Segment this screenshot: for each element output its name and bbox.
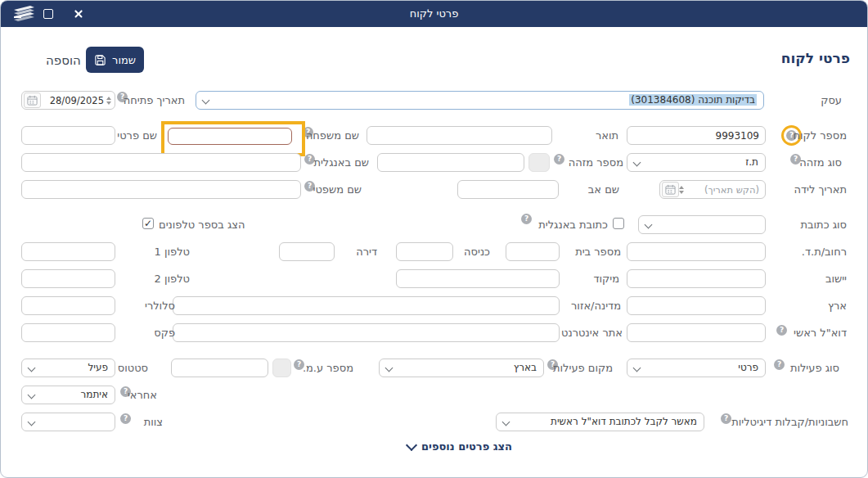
phonebook-checkbox[interactable]: ✓ <box>142 218 154 229</box>
father-name-input[interactable] <box>457 180 559 199</box>
status-select[interactable]: פעיל <box>21 358 115 377</box>
birth-date-label: תאריך לידה <box>794 183 847 196</box>
vat-number-input[interactable] <box>171 358 268 377</box>
activity-type-select[interactable]: פרטי <box>627 358 766 377</box>
page-title: פרטי לקוח <box>781 50 850 66</box>
main-email-input[interactable] <box>627 323 766 342</box>
customer-number-label: מספר לקוח <box>793 129 847 142</box>
entrance-label: כניסה <box>464 246 490 258</box>
help-icon-main-email[interactable]: ? <box>776 325 787 336</box>
digital-invoices-label: חשבוניות/קבלות דיגיטליות <box>731 416 848 428</box>
show-more-label: הצג פרטים נוספים <box>421 440 512 453</box>
title-input[interactable] <box>367 126 552 145</box>
city-input[interactable] <box>627 269 766 288</box>
house-number-input[interactable] <box>506 242 560 261</box>
mobile-input[interactable] <box>21 296 115 315</box>
team-label: צוות <box>144 416 163 428</box>
zip-label: מיקוד <box>593 273 619 285</box>
birth-date-input[interactable]: (הקש תאריך) <box>659 180 766 199</box>
help-icon-digital-invoices[interactable]: ? <box>721 413 731 424</box>
digital-invoices-select[interactable]: מאשר לקבל לכתובת דוא"ל ראשית <box>496 413 704 431</box>
date-spinner[interactable] <box>106 97 111 105</box>
legal-name-input[interactable] <box>21 180 301 199</box>
phonebook-label: הצג בספר טלפונים <box>159 219 245 231</box>
activity-place-select[interactable]: בארץ <box>379 358 544 377</box>
english-name-label: שם באנגלית <box>313 156 369 169</box>
chevron-down-icon <box>385 364 394 372</box>
main-email-label: דוא"ל ראשי <box>794 327 847 339</box>
first-name-label: שם פרטי <box>117 129 157 142</box>
website-label: אתר אינטרנט <box>561 327 623 339</box>
mode-title: הוספה <box>46 53 81 68</box>
title-bar: פרטי לקוח <box>1 1 867 27</box>
calendar-icon[interactable] <box>24 92 41 108</box>
id-type-value: ת.ז <box>745 156 758 168</box>
street-label: רחוב/ת.ד. <box>802 246 847 258</box>
street-input[interactable] <box>627 242 766 261</box>
vat-aux-box <box>272 358 291 377</box>
address-type-select[interactable] <box>638 215 766 234</box>
activity-place-value: בארץ <box>514 362 537 373</box>
help-icon-id-number[interactable]: ? <box>554 154 564 165</box>
id-number-input[interactable] <box>377 153 524 172</box>
country-input[interactable] <box>627 296 766 315</box>
chevron-down-icon <box>28 418 36 426</box>
website-input[interactable] <box>173 323 560 342</box>
window-controls <box>12 1 84 27</box>
chevron-down-icon <box>633 159 641 167</box>
responsible-label: אחראי <box>128 389 157 401</box>
minimize-button[interactable] <box>12 8 24 20</box>
id-number-label: מספר מזהה <box>569 156 623 169</box>
business-select[interactable]: בדיקות תוכנה (301384608) <box>196 91 764 110</box>
chevron-down-icon <box>406 439 417 450</box>
floppy-save-icon <box>94 54 106 66</box>
calendar-icon[interactable] <box>662 182 679 197</box>
state-region-label: מדינה/אזור <box>571 300 621 312</box>
last-name-label: שם משפחה <box>306 129 359 142</box>
activity-type-label: סוג פעילות <box>790 362 839 374</box>
team-select[interactable] <box>21 413 115 431</box>
open-date-input[interactable]: 28/09/2025 <box>21 91 115 110</box>
fax-input[interactable] <box>21 323 115 342</box>
maximize-button[interactable] <box>43 8 54 20</box>
business-label: עסק <box>821 94 842 106</box>
first-name-input[interactable] <box>21 126 115 145</box>
state-region-input[interactable] <box>173 296 560 315</box>
customer-number-input[interactable] <box>627 126 766 145</box>
english-name-input[interactable] <box>21 153 301 172</box>
house-number-label: מספר בית <box>575 246 621 258</box>
zip-input[interactable] <box>396 269 560 288</box>
last-name-input[interactable] <box>168 128 292 145</box>
legal-name-label: שם משפטי <box>313 183 362 196</box>
chevron-down-icon <box>633 364 641 372</box>
show-more-link[interactable]: הצג פרטים נוספים <box>407 440 512 453</box>
save-button-label: שמור <box>112 54 136 66</box>
status-value: פעיל <box>88 362 108 373</box>
save-button[interactable]: שמור <box>86 47 144 73</box>
responsible-select[interactable]: איתמר <box>21 386 115 404</box>
help-icon-team[interactable]: ? <box>120 413 131 424</box>
help-icon-address-english[interactable]: ? <box>521 214 532 224</box>
responsible-value: איתמר <box>80 389 108 400</box>
highlight-box <box>161 121 305 156</box>
window-title: פרטי לקוח <box>1 7 867 20</box>
phone1-input[interactable] <box>21 242 115 261</box>
apartment-input[interactable] <box>279 242 335 261</box>
chevron-down-icon <box>28 391 36 399</box>
chevron-down-icon <box>645 221 653 229</box>
open-date-value: 28/09/2025 <box>41 95 106 106</box>
id-type-select[interactable]: ת.ז <box>627 153 766 172</box>
country-label: ארץ <box>828 300 847 312</box>
mobile-label: סלולרי <box>145 300 175 312</box>
customer-details-window: פרטי לקוח פרטי לקוח שמור הוספה עסק בדיקו… <box>0 0 868 478</box>
phone2-input[interactable] <box>21 269 115 288</box>
help-icon-activity-type[interactable]: ? <box>774 359 785 370</box>
close-button[interactable] <box>73 8 84 20</box>
city-label: יישוב <box>825 273 847 285</box>
id-number-aux-box <box>528 153 550 172</box>
activity-place-label: מקום פעילות <box>553 362 613 374</box>
address-english-checkbox[interactable] <box>613 218 624 229</box>
entrance-input[interactable] <box>396 242 453 261</box>
activity-type-value: פרטי <box>738 362 758 373</box>
vat-number-label: מספר ע.מ. <box>303 362 353 374</box>
